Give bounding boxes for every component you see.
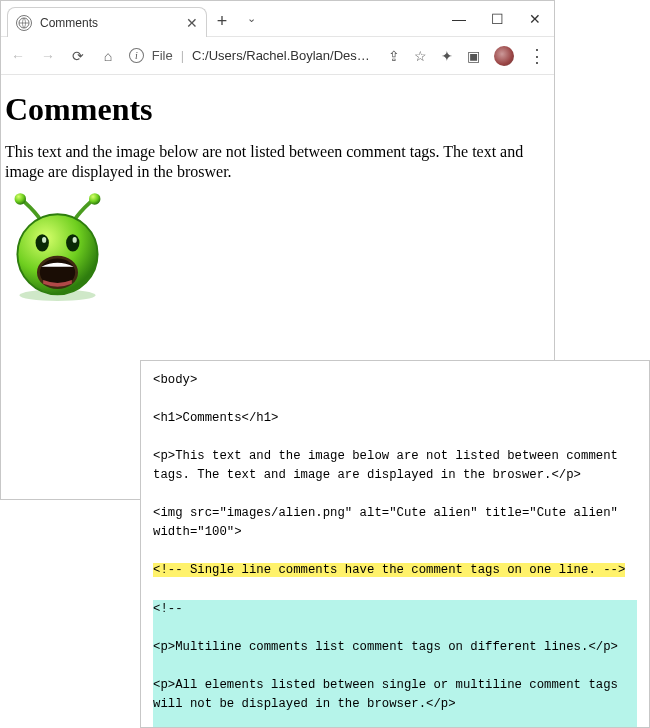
code-block-highlight-cyan: <!-- <p>Multiline comments list comment … [153,600,637,728]
address-bar[interactable]: i File | C:/Users/Rachel.Boylan/Deskt… [129,43,376,69]
alien-image [5,192,110,307]
svg-point-3 [89,193,100,204]
code-line-highlight-yellow: <!-- Single line comments have the comme… [153,563,625,577]
page-paragraph: This text and the image below are not li… [5,142,546,182]
source-code-panel: <body> <h1>Comments</h1> <p>This text an… [140,360,650,728]
window-controls: — ☐ ✕ [440,1,554,36]
browser-tab[interactable]: Comments ✕ [7,7,207,37]
title-bar: Comments ✕ + ⌄ — ☐ ✕ [1,1,554,37]
url-divider: | [181,48,184,63]
toolbar-right: ⇪ ☆ ✦ ▣ ⋮ [388,45,546,67]
profile-avatar[interactable] [494,46,514,66]
url-scheme-label: File [152,48,173,63]
code-line: <p>Multiline comments list comment tags … [153,640,618,654]
code-line: <body> [153,373,197,387]
toolbar: ← → ⟳ ⌂ i File | C:/Users/Rachel.Boylan/… [1,37,554,75]
svg-point-6 [66,234,79,251]
forward-button[interactable]: → [39,48,57,64]
window-close-button[interactable]: ✕ [516,4,554,34]
extensions-icon[interactable]: ✦ [441,48,453,64]
reload-button[interactable]: ⟳ [69,48,87,64]
tab-title: Comments [40,16,98,30]
url-path: C:/Users/Rachel.Boylan/Deskt… [192,48,376,63]
code-line: <!-- [153,602,183,616]
maximize-button[interactable]: ☐ [478,4,516,34]
svg-point-5 [36,234,49,251]
page-heading: Comments [5,91,546,128]
code-line: <img src="images/alien.png" alt="Cute al… [153,506,625,539]
new-tab-button[interactable]: + [207,7,237,36]
back-button[interactable]: ← [9,48,27,64]
code-line: <h1>Comments</h1> [153,411,278,425]
tab-close-icon[interactable]: ✕ [186,15,198,31]
home-button[interactable]: ⌂ [99,48,117,64]
globe-icon [16,15,32,31]
sidepanel-icon[interactable]: ▣ [467,48,480,64]
bookmark-icon[interactable]: ☆ [414,48,427,64]
svg-point-7 [42,237,46,243]
tab-list-dropdown-icon[interactable]: ⌄ [237,1,265,36]
share-icon[interactable]: ⇪ [388,48,400,64]
menu-icon[interactable]: ⋮ [528,45,546,67]
page-content: Comments This text and the image below a… [1,75,554,315]
svg-point-2 [15,193,26,204]
site-info-icon[interactable]: i [129,48,144,63]
minimize-button[interactable]: — [440,4,478,34]
source-code[interactable]: <body> <h1>Comments</h1> <p>This text an… [141,361,649,728]
svg-point-8 [73,237,77,243]
code-line: <p>This text and the image below are not… [153,449,625,482]
code-line: <p>All elements listed between single or… [153,678,625,711]
